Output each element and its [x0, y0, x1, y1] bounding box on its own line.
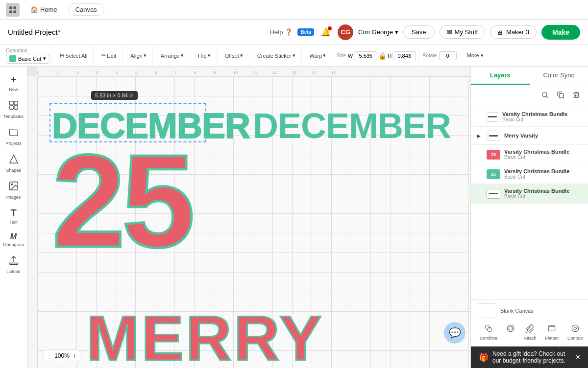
topbar: 🏠 Home Canvas [0, 0, 588, 20]
tab-canvas[interactable]: Canvas [68, 3, 104, 16]
search-panel-button[interactable] [539, 89, 551, 103]
more-button[interactable]: More ▾ [463, 50, 488, 61]
layer-thumbnail [487, 131, 500, 140]
svg-rect-12 [559, 93, 564, 98]
sidebar-item-shapes[interactable]: Shapes [2, 151, 25, 176]
header-actions: Help ❓ Beta 🔔 CG Cori George ▾ Save ✉ My… [270, 24, 580, 40]
flip-button[interactable]: Flip ▾ [194, 50, 215, 61]
svg-rect-0 [9, 6, 12, 9]
align-button[interactable]: Align ▾ [126, 50, 150, 61]
tab-home[interactable]: 🏠 Home [24, 4, 64, 15]
layer-thumbnail: 25 [487, 150, 500, 160]
sidebar-item-images[interactable]: Images [2, 178, 25, 203]
warp-group: Warp ▾ [304, 45, 333, 66]
help-button[interactable]: Help ❓ [270, 28, 293, 36]
delete-panel-button[interactable] [570, 89, 582, 103]
arrange-button[interactable]: Arrange ▾ [157, 50, 188, 61]
help-icon: ❓ [285, 28, 293, 36]
zoom-in-button[interactable]: + [73, 352, 76, 360]
edit-icon: ✏ [101, 52, 106, 59]
layer-item-active[interactable]: Varsity Christmas Bundle Basic Cut [471, 184, 588, 204]
printer-icon: 🖨 [497, 28, 504, 36]
tab-color-sync[interactable]: Color Sync [530, 67, 588, 85]
svg-rect-5 [14, 101, 17, 105]
layer-item[interactable]: 25 Varsity Christmas Bundle Basic Cut [471, 145, 588, 164]
create-sticker-group: Create Sticker ▾ [251, 45, 302, 66]
layer-info: Varsity Christmas Bundle Basic Cut [504, 168, 582, 180]
operation-select[interactable]: Operation Basic Cut ▾ [6, 48, 49, 64]
canvas-text-merry[interactable]: MERRY [86, 301, 324, 368]
svg-rect-1 [14, 6, 16, 9]
toolbar: Operation Basic Cut ▾ ⊞ Select All ✏ Edi… [0, 45, 588, 67]
height-input[interactable] [392, 51, 416, 60]
notification-button[interactable]: 🔔 [319, 25, 333, 39]
svg-rect-17 [549, 326, 556, 331]
tab-layers[interactable]: Layers [471, 67, 530, 85]
svg-point-16 [509, 326, 513, 330]
user-name-button[interactable]: Cori George ▾ [358, 28, 398, 36]
my-stuff-button[interactable]: ✉ My Stuff [440, 25, 485, 39]
projects-icon [8, 127, 19, 140]
expand-icon: ▶ [477, 133, 483, 138]
save-button[interactable]: Save [403, 25, 435, 39]
svg-rect-7 [14, 106, 17, 109]
combine-button[interactable]: Combine [477, 322, 500, 343]
canvas-text-december-right[interactable]: DECEMBER [253, 106, 451, 146]
layer-item[interactable]: ▶ Merry Varsity [471, 127, 588, 145]
zoom-out-button[interactable]: − [48, 352, 51, 360]
blank-canvas-thumbnail [477, 303, 496, 318]
rotate-input[interactable] [439, 51, 457, 60]
layer-item[interactable]: 25 Varsity Christmas Bundle Basic Cut [471, 164, 588, 184]
maker-button[interactable]: 🖨 Maker 3 [490, 25, 537, 39]
sidebar-item-upload[interactable]: Upload [2, 252, 25, 277]
offset-button[interactable]: Offset ▾ [221, 50, 247, 61]
make-button[interactable]: Make [541, 25, 580, 40]
layer-name: Merry Varsity [504, 133, 582, 138]
operation-dropdown[interactable]: Basic Cut ▾ [6, 54, 49, 64]
my-stuff-label: My Stuff [455, 28, 478, 36]
layer-item[interactable]: Varsity Christmas Bundle Basic Cut [471, 107, 588, 127]
lock-icon[interactable]: 🔒 [378, 52, 387, 60]
layer-name: Varsity Christmas Bundle [504, 149, 582, 155]
operation-color-swatch [9, 55, 16, 62]
contour-button[interactable]: Contour [564, 322, 586, 343]
gift-icon: 🎁 [479, 353, 489, 362]
height-label: H [388, 53, 392, 59]
sidebar-item-templates[interactable]: Templates [2, 97, 25, 122]
duplicate-panel-button[interactable] [555, 89, 566, 103]
sidebar-item-projects[interactable]: Projects [2, 124, 25, 149]
layer-thumbnail [487, 112, 498, 122]
warp-button[interactable]: Warp ▾ [306, 50, 330, 61]
width-label: W [348, 53, 353, 59]
edit-button[interactable]: ✏ Edit [98, 50, 120, 61]
canvas-text-25[interactable]: 25 [52, 135, 191, 267]
monogram-icon: M [10, 232, 17, 241]
tool-2-button[interactable] [503, 322, 518, 343]
arrange-chevron: ▾ [181, 52, 184, 59]
svg-point-15 [507, 325, 514, 332]
sidebar-item-monogram[interactable]: M Monogram [2, 230, 25, 250]
offset-chevron: ▾ [240, 52, 243, 59]
attach-button[interactable]: Attach [521, 322, 539, 343]
sidebar-item-new[interactable]: + New [2, 70, 25, 95]
layer-type: Basic Cut [504, 194, 582, 199]
templates-icon [8, 100, 19, 113]
images-icon [8, 181, 19, 194]
help-label: Help [270, 28, 283, 36]
sidebar-item-text[interactable]: T Text [2, 205, 25, 228]
create-sticker-button[interactable]: Create Sticker ▾ [253, 50, 299, 61]
chat-bubble[interactable]: 💬 [444, 322, 466, 344]
blank-canvas-label: Blank Canvas [500, 308, 534, 314]
select-all-button[interactable]: ⊞ Select All [56, 50, 91, 61]
notification-bar: 🎁 Need a gift idea? Check out our budget… [471, 346, 588, 368]
canvas-area[interactable]: 5.53 in × 0.84 in DECEMBER DECEMBER 25 M… [27, 67, 470, 368]
notification-close-button[interactable]: × [576, 353, 580, 362]
left-sidebar: + New Templates Projects [0, 67, 27, 368]
zoom-control: − 100% + [42, 349, 82, 362]
width-input[interactable] [354, 51, 377, 60]
operation-label: Operation [6, 48, 49, 53]
svg-point-11 [542, 92, 547, 97]
avatar: CG [338, 24, 353, 40]
layer-thumbnail [487, 189, 500, 199]
flatten-button[interactable]: Flatten [542, 322, 562, 343]
